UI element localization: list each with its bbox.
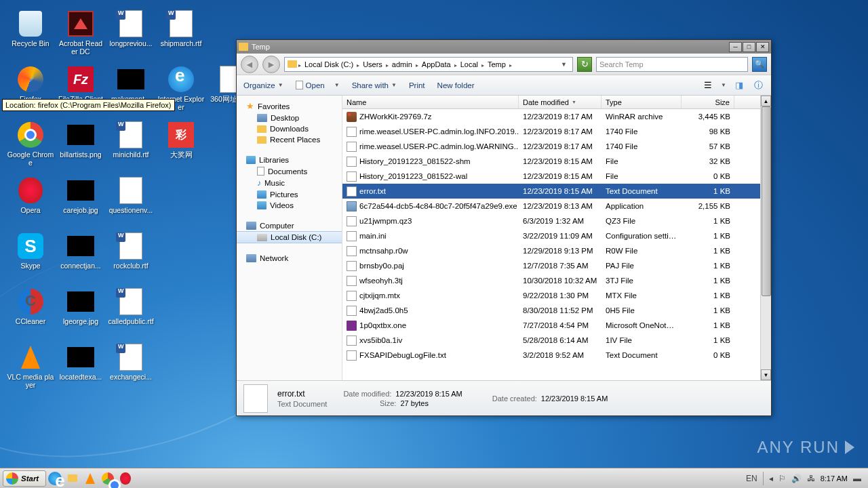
share-button[interactable]: Share with▼ <box>352 81 397 89</box>
libraries-group[interactable]: Libraries <box>237 155 342 165</box>
desktop-icon[interactable]: billartists.png <box>56 118 106 171</box>
view-dropdown[interactable]: ▼ <box>721 82 726 88</box>
desktop-icon[interactable]: locatedtexa... <box>56 340 106 393</box>
taskbar-vlc[interactable] <box>81 470 99 487</box>
open-button[interactable]: Open▼ <box>296 81 340 89</box>
nav-recent[interactable]: Recent Places <box>237 134 342 145</box>
file-row[interactable]: 4bwj2ad5.0h58/30/2018 11:52 PM0H5 File1 … <box>342 303 771 318</box>
file-row[interactable]: 6c72a544-dcb5-4c84-80c7-20f5f47a29e9.exe… <box>342 199 771 214</box>
favorites-group[interactable]: ★Favorites <box>237 100 342 113</box>
scroll-up-button[interactable]: ▲ <box>761 96 771 106</box>
desktop-icon[interactable]: rockclub.rtf <box>106 229 156 282</box>
maximize-button[interactable]: □ <box>743 42 755 52</box>
start-button[interactable]: Start <box>3 470 46 487</box>
file-row[interactable]: cjtxijqm.mtx9/22/2018 1:30 PMMTX File1 K… <box>342 288 771 303</box>
breadcrumb[interactable]: ▸Local Disk (C:)▸Users▸admin▸AppData▸Loc… <box>284 57 573 72</box>
desktop-icon[interactable]: Google Chrome <box>5 118 56 171</box>
file-row[interactable]: History_20191223_081522-wal12/23/2019 8:… <box>342 169 771 184</box>
desktop-icon[interactable]: Recycle Bin <box>5 7 56 60</box>
breadcrumb-segment[interactable]: Users <box>361 60 384 68</box>
address-dropdown[interactable]: ▼ <box>558 61 570 68</box>
close-button[interactable]: ✕ <box>756 42 769 52</box>
tray-volume[interactable]: 🔊 <box>791 474 802 483</box>
minimize-button[interactable]: ─ <box>729 42 742 52</box>
file-row[interactable]: main.ini3/22/2019 11:09 AMConfiguration … <box>342 228 771 243</box>
file-row[interactable]: 1p0qxtbx.one7/27/2018 4:54 PMMicrosoft O… <box>342 318 771 333</box>
file-row[interactable]: brnsby0o.paj12/7/2018 7:35 AMPAJ File1 K… <box>342 258 771 273</box>
desktop-icon[interactable]: VLC media player <box>5 340 56 393</box>
tray-lang[interactable]: EN <box>746 474 757 483</box>
desktop-icon[interactable]: 彩大奖网 <box>156 118 206 171</box>
file-row[interactable]: error.txt12/23/2019 8:15 AMText Document… <box>342 184 771 199</box>
taskbar-explorer[interactable] <box>64 470 81 487</box>
breadcrumb-segment[interactable]: AppData <box>420 60 453 68</box>
tray-show-desktop[interactable]: ▬ <box>853 474 861 483</box>
nav-videos[interactable]: Videos <box>237 200 342 211</box>
document-icon <box>296 81 303 89</box>
col-type[interactable]: Type <box>601 96 682 108</box>
file-icon <box>347 112 357 122</box>
back-button[interactable]: ◄ <box>241 56 258 73</box>
nav-desktop[interactable]: Desktop <box>237 113 342 123</box>
file-row[interactable]: History_20191223_081522-shm12/23/2019 8:… <box>342 154 771 169</box>
forward-button[interactable]: ► <box>262 56 280 73</box>
organize-button[interactable]: Organize▼ <box>243 81 283 89</box>
vertical-scrollbar[interactable]: ▲ ▼ <box>760 96 771 380</box>
tray-clock[interactable]: 8:17 AM <box>821 474 848 483</box>
breadcrumb-segment[interactable]: Local <box>458 60 480 68</box>
file-row[interactable]: mctnsahp.r0w12/29/2018 9:13 PMR0W File1 … <box>342 243 771 258</box>
preview-pane-button[interactable]: ◨ <box>733 80 745 91</box>
nav-local-disk[interactable]: Local Disk (C:) <box>237 231 342 243</box>
search-button[interactable]: 🔍 <box>752 57 767 72</box>
disk-icon <box>257 234 267 241</box>
col-size[interactable]: Size <box>682 96 734 108</box>
nav-pictures[interactable]: Pictures <box>237 189 342 200</box>
desktop-icon[interactable]: questionenv... <box>106 174 156 226</box>
col-date[interactable]: Date modified▼ <box>519 96 601 108</box>
breadcrumb-segment[interactable]: admin <box>390 60 414 68</box>
titlebar[interactable]: Temp ─ □ ✕ <box>237 40 771 54</box>
desktop-icon[interactable]: shipmarch.rtf <box>156 7 206 60</box>
search-input[interactable]: Search Temp <box>596 57 748 72</box>
new-folder-button[interactable]: New folder <box>437 81 475 89</box>
file-icon <box>347 306 357 316</box>
tray-action-center[interactable]: ⚐ <box>778 474 786 483</box>
file-row[interactable]: rime.weasel.USER-PC.admin.log.WARNING...… <box>342 139 771 154</box>
desktop-icon[interactable]: Opera <box>5 174 56 226</box>
file-row[interactable]: u21jwmpm.qz36/3/2019 1:32 AMQZ3 File1 KB <box>342 214 771 228</box>
taskbar-chrome[interactable] <box>99 470 117 487</box>
col-name[interactable]: Name <box>342 96 519 108</box>
file-row[interactable]: xvs5ib0a.1iv5/28/2018 6:14 AM1IV File1 K… <box>342 333 771 348</box>
nav-documents[interactable]: Documents <box>237 165 342 177</box>
network-group[interactable]: Network <box>237 253 342 264</box>
file-row[interactable]: wfseohyh.3tj10/30/2018 10:32 AM3TJ File1… <box>342 273 771 288</box>
scroll-thumb[interactable] <box>762 106 771 296</box>
desktop-icon[interactable]: calledpublic.rtf <box>106 285 156 338</box>
taskbar-ie[interactable] <box>46 470 64 487</box>
desktop-icon[interactable]: CCleaner <box>5 285 56 338</box>
refresh-button[interactable]: ↻ <box>577 57 592 72</box>
nav-music[interactable]: ♪Music <box>237 177 342 189</box>
tray-show-hidden[interactable]: ◂ <box>769 474 773 483</box>
desktop-icon[interactable]: Acrobat Reader DC <box>56 7 106 60</box>
desktop-icon[interactable]: carejob.jpg <box>56 174 106 226</box>
file-row[interactable]: FXSAPIDebugLogFile.txt3/2/2018 9:52 AMTe… <box>342 348 771 363</box>
desktop-icon[interactable]: Skype <box>5 229 56 282</box>
folder-icon <box>257 136 267 144</box>
file-row[interactable]: rime.weasel.USER-PC.admin.log.INFO.2019.… <box>342 124 771 139</box>
computer-group[interactable]: Computer <box>237 220 342 231</box>
desktop-icon[interactable]: minichild.rtf <box>106 118 156 171</box>
print-button[interactable]: Print <box>409 81 425 89</box>
file-row[interactable]: ZHWorkKit-29769.7z12/23/2019 8:17 AMWinR… <box>342 109 771 124</box>
breadcrumb-segment[interactable]: Local Disk (C:) <box>302 60 355 68</box>
desktop-icon[interactable]: longpreviou... <box>106 7 156 60</box>
scroll-down-button[interactable]: ▼ <box>761 369 771 380</box>
breadcrumb-segment[interactable]: Temp <box>486 60 508 68</box>
desktop-icon[interactable]: lgeorge.jpg <box>56 285 106 338</box>
tray-network[interactable]: 🖧 <box>807 474 815 483</box>
help-button[interactable]: ⓘ <box>752 80 764 91</box>
desktop-icon[interactable]: connectjan... <box>56 229 106 282</box>
desktop-icon[interactable]: exchangeci... <box>106 340 156 393</box>
nav-downloads[interactable]: Downloads <box>237 123 342 134</box>
view-button[interactable]: ☰ <box>702 80 714 91</box>
